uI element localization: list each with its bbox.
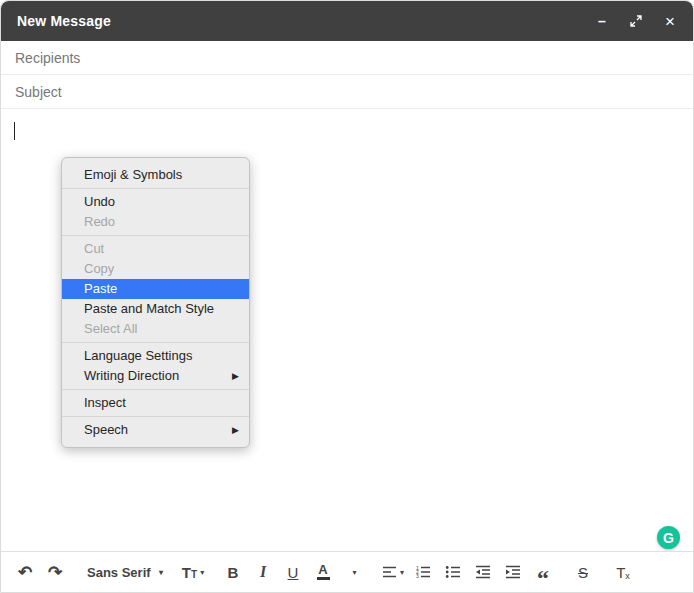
menu-item-undo[interactable]: Undo <box>62 192 249 212</box>
subject-input[interactable] <box>15 84 679 100</box>
font-size-icon-small: T <box>191 569 197 580</box>
quote-icon: “ <box>537 562 549 582</box>
expand-arrows-icon <box>630 15 642 27</box>
menu-section: Inspect <box>62 390 249 416</box>
grammarly-icon: G <box>663 530 674 546</box>
grammarly-button[interactable]: G <box>657 526 680 549</box>
menu-section: Cut Copy Paste Paste and Match Style Sel… <box>62 236 249 342</box>
align-button[interactable]: ▾ <box>379 558 407 586</box>
strikethrough-button[interactable]: S <box>569 558 597 586</box>
remove-formatting-button[interactable]: T x <box>609 558 637 586</box>
window-title: New Message <box>17 13 111 29</box>
indent-less-icon <box>475 565 491 579</box>
context-menu: Emoji & Symbols Undo Redo Cut Copy Paste <box>61 157 250 448</box>
formatting-toolbar: ↶ ↷ Sans Serif ▾ T T ▾ B I U A ▾ <box>1 551 693 592</box>
submenu-arrow-icon: ▶ <box>232 366 239 386</box>
font-size-button[interactable]: T T ▾ <box>179 558 207 586</box>
redo-button[interactable]: ↷ <box>41 558 69 586</box>
text-cursor <box>14 122 15 140</box>
numbered-list-button[interactable]: 1 2 3 <box>409 558 437 586</box>
menu-section: Undo Redo <box>62 189 249 235</box>
text-color-dropdown[interactable]: ▾ <box>339 558 367 586</box>
italic-button[interactable]: I <box>249 558 277 586</box>
menu-item-label: Redo <box>84 212 115 232</box>
menu-item-emoji-symbols[interactable]: Emoji & Symbols <box>62 165 249 185</box>
text-color-bar <box>317 577 330 580</box>
menu-item-label: Cut <box>84 239 104 259</box>
chevron-down-icon: ▾ <box>200 568 204 577</box>
menu-section: Emoji & Symbols <box>62 162 249 188</box>
chevron-down-icon: ▾ <box>159 568 163 577</box>
menu-item-label: Copy <box>84 259 114 279</box>
menu-item-select-all: Select All <box>62 319 249 339</box>
font-family-select[interactable]: Sans Serif ▾ <box>81 558 169 586</box>
align-left-icon <box>382 566 397 578</box>
close-icon[interactable]: × <box>663 14 677 28</box>
strikethrough-icon: S <box>578 564 588 581</box>
text-color-icon: A <box>318 564 327 576</box>
subject-row <box>1 75 693 109</box>
menu-item-language-settings[interactable]: Language Settings <box>62 346 249 366</box>
undo-icon: ↶ <box>18 562 32 583</box>
underline-icon: U <box>288 564 299 581</box>
underline-button[interactable]: U <box>279 558 307 586</box>
undo-button[interactable]: ↶ <box>11 558 39 586</box>
indent-less-button[interactable] <box>469 558 497 586</box>
menu-item-label: Paste <box>84 279 117 299</box>
menu-item-paste-and-match-style[interactable]: Paste and Match Style <box>62 299 249 319</box>
compose-header: New Message – × <box>1 1 693 41</box>
font-family-value: Sans Serif <box>87 565 151 580</box>
menu-item-speech[interactable]: Speech ▶ <box>62 420 249 440</box>
italic-icon: I <box>260 563 266 581</box>
indent-more-icon <box>505 565 521 579</box>
recipients-input[interactable] <box>15 50 679 66</box>
bold-button[interactable]: B <box>219 558 247 586</box>
menu-item-redo: Redo <box>62 212 249 232</box>
popout-icon[interactable] <box>629 14 643 28</box>
compose-window: New Message – × Emoji & Symbols <box>0 0 694 593</box>
submenu-arrow-icon: ▶ <box>232 420 239 440</box>
remove-formatting-sub: x <box>625 571 630 581</box>
menu-item-writing-direction[interactable]: Writing Direction ▶ <box>62 366 249 386</box>
menu-item-label: Select All <box>84 319 137 339</box>
bulleted-list-button[interactable] <box>439 558 467 586</box>
menu-item-paste[interactable]: Paste <box>62 279 249 299</box>
menu-item-cut: Cut <box>62 239 249 259</box>
menu-item-label: Speech <box>84 420 128 440</box>
font-size-icon: T <box>182 564 191 581</box>
menu-item-label: Paste and Match Style <box>84 299 214 319</box>
menu-item-label: Emoji & Symbols <box>84 165 182 185</box>
redo-icon: ↷ <box>48 562 62 583</box>
chevron-down-icon: ▾ <box>400 568 404 577</box>
quote-button[interactable]: “ <box>529 558 557 586</box>
bold-icon: B <box>228 564 239 581</box>
menu-item-label: Inspect <box>84 393 126 413</box>
chevron-down-icon: ▾ <box>352 568 356 577</box>
menu-section: Language Settings Writing Direction ▶ <box>62 343 249 389</box>
menu-item-label: Writing Direction <box>84 366 179 386</box>
text-color-button[interactable]: A <box>309 558 337 586</box>
svg-text:3: 3 <box>416 573 419 579</box>
numbered-list-icon: 1 2 3 <box>415 565 431 579</box>
menu-item-copy: Copy <box>62 259 249 279</box>
remove-formatting-icon: T <box>616 564 625 581</box>
menu-item-label: Undo <box>84 192 115 212</box>
bulleted-list-icon <box>445 565 461 579</box>
window-controls: – × <box>595 14 677 28</box>
indent-more-button[interactable] <box>499 558 527 586</box>
menu-section: Speech ▶ <box>62 417 249 443</box>
menu-item-label: Language Settings <box>84 346 192 366</box>
menu-item-inspect[interactable]: Inspect <box>62 393 249 413</box>
minimize-icon[interactable]: – <box>595 14 609 28</box>
recipients-row <box>1 41 693 75</box>
